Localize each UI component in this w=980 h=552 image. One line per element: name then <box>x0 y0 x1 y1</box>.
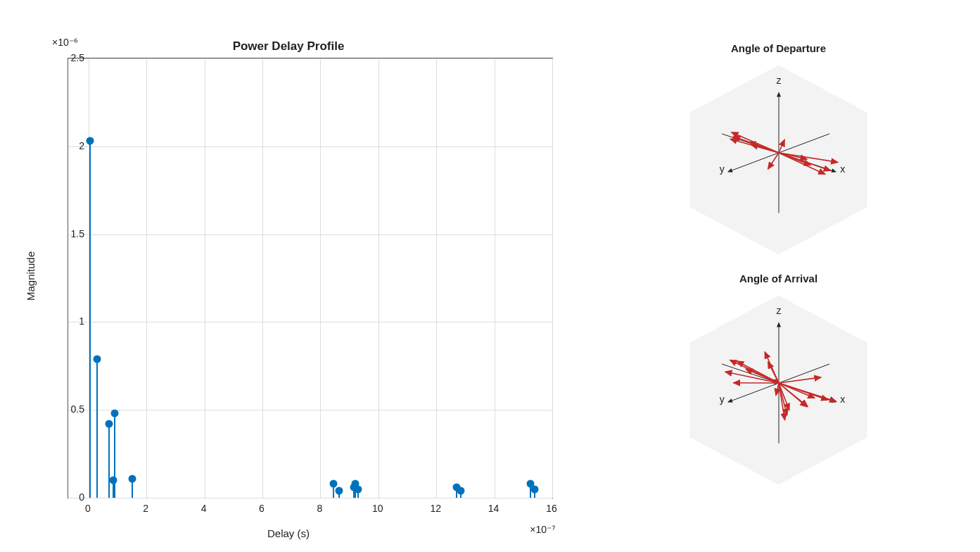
data-marker <box>128 475 136 482</box>
xtick-label: 8 <box>317 503 323 514</box>
vector-svg: xyz <box>680 291 877 489</box>
data-marker <box>109 477 117 484</box>
ytick-label: 1.5 <box>56 228 84 239</box>
xtick-label: 14 <box>488 503 499 514</box>
xtick-label: 2 <box>143 503 148 514</box>
stem <box>114 413 115 498</box>
angle-arrival-plot: xyz <box>680 291 877 489</box>
angle-arrival-panel: Angle of Arrival xyz <box>673 272 884 489</box>
data-marker <box>105 420 113 428</box>
ytick-label: 0 <box>56 491 84 503</box>
data-marker <box>531 485 539 493</box>
xtick-label: 16 <box>546 503 557 514</box>
stem <box>96 359 98 498</box>
angle-departure-plot: xyz <box>680 61 877 258</box>
chart-title: Power Delay Profile <box>0 39 577 54</box>
ytick-label: 1 <box>56 315 84 327</box>
y-axis-label: y <box>719 394 724 405</box>
direction-vector <box>775 383 778 395</box>
xtick-label: 12 <box>430 503 441 514</box>
xtick-label: 10 <box>372 503 383 514</box>
angle-arrival-title: Angle of Arrival <box>739 272 817 284</box>
x-exponent: ×10⁻⁷ <box>530 524 556 535</box>
stem <box>89 141 91 498</box>
x-axis-label: x <box>840 394 845 405</box>
xtick-label: 6 <box>259 503 265 514</box>
data-marker <box>354 485 362 493</box>
ytick-label: 2.5 <box>56 52 84 63</box>
data-marker <box>86 137 94 145</box>
y-exponent: ×10⁻⁶ <box>52 37 78 48</box>
direction-vector <box>779 383 836 401</box>
data-marker <box>110 410 118 418</box>
direction-vector <box>737 361 778 383</box>
ytick-label: 0.5 <box>56 403 84 415</box>
pdp-chart: Power Delay Profile ×10⁻⁶ Magnitude Dela… <box>0 0 577 552</box>
vector-svg: xyz <box>680 61 877 258</box>
direction-vector <box>725 372 778 383</box>
ytick-label: 2 <box>56 140 84 151</box>
data-marker <box>336 487 343 495</box>
x-axis-label: x <box>840 163 845 175</box>
data-marker <box>457 487 465 495</box>
xtick-label: 4 <box>201 503 207 514</box>
plot-area <box>68 58 553 498</box>
data-marker <box>329 480 337 488</box>
direction-vector <box>749 142 778 153</box>
direction-vector <box>779 377 821 383</box>
xtick-label: 0 <box>85 503 91 514</box>
angle-departure-panel: Angle of Departure xyz <box>673 42 884 258</box>
y-axis-label: Magnitude <box>25 251 37 301</box>
direction-vector <box>768 153 778 169</box>
stem <box>108 424 110 498</box>
z-axis-label: z <box>776 75 781 86</box>
angle-departure-title: Angle of Departure <box>731 42 826 54</box>
x-axis-label: Delay (s) <box>267 527 310 539</box>
z-axis-label: z <box>776 305 781 316</box>
y-axis-label: y <box>719 163 724 175</box>
data-marker <box>94 355 101 363</box>
direction-vector <box>779 153 838 162</box>
